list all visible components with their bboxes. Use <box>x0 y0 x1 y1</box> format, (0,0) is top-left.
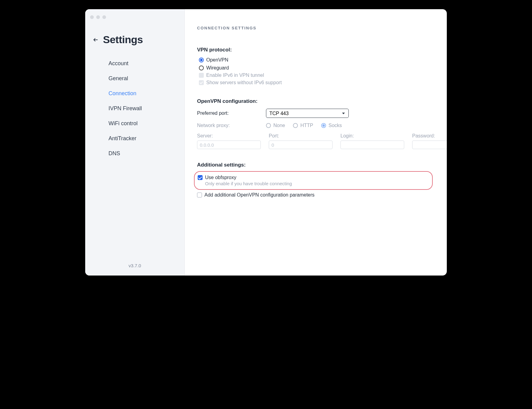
sidebar-item-antitracker[interactable]: AntiTracker <box>85 131 184 146</box>
sidebar-item-general[interactable]: General <box>85 71 184 86</box>
section-heading: CONNECTION SETTINGS <box>197 26 430 30</box>
obfsproxy-hint: Only enable if you have trouble connecti… <box>198 181 427 186</box>
preferred-port-select[interactable]: TCP 443 <box>266 109 349 118</box>
proxy-none[interactable]: None <box>266 123 285 128</box>
back-button[interactable] <box>93 37 99 43</box>
obfsproxy-checkbox[interactable]: Use obfsproxy <box>198 175 427 180</box>
page-title: Settings <box>103 34 143 46</box>
sidebar: Settings Account General Connection IVPN… <box>85 9 185 276</box>
vpn-protocol-block: VPN protocol: OpenVPN Wireguard Enable I… <box>197 47 430 85</box>
checkbox-icon <box>199 73 204 78</box>
port-input[interactable] <box>269 141 332 149</box>
main-panel: CONNECTION SETTINGS VPN protocol: OpenVP… <box>185 9 447 276</box>
sidebar-item-dns[interactable]: DNS <box>85 146 184 161</box>
sidebar-item-wifi[interactable]: WiFi control <box>85 116 184 131</box>
sidebar-item-account[interactable]: Account <box>85 56 184 71</box>
version-label: v3.7.0 <box>85 263 184 268</box>
radio-wireguard-label: Wireguard <box>206 65 229 71</box>
proxy-socks[interactable]: Socks <box>321 123 342 128</box>
additional-settings-block: Additional settings: Use obfsproxy Only … <box>197 162 430 198</box>
obfsproxy-highlight: Use obfsproxy Only enable if you have tr… <box>194 171 433 190</box>
vpn-protocol-label: VPN protocol: <box>197 47 430 53</box>
server-input[interactable] <box>197 141 261 149</box>
proxy-http[interactable]: HTTP <box>293 123 313 128</box>
ipv6-enable-checkbox: Enable IPv6 in VPN tunnel <box>197 73 430 78</box>
sidebar-item-firewall[interactable]: IVPN Firewall <box>85 101 184 116</box>
sidebar-item-connection[interactable]: Connection <box>85 86 184 101</box>
password-input[interactable] <box>412 141 447 149</box>
password-label: Password: <box>412 133 447 139</box>
openvpn-config-block: OpenVPN configuration: Preferred port: T… <box>197 98 430 149</box>
minimize-icon[interactable] <box>96 15 100 19</box>
extra-params-checkbox[interactable]: Add additional OpenVPN configuration par… <box>197 192 430 198</box>
network-proxy-label: Network proxy: <box>197 123 266 128</box>
preferred-port-label: Preferred port: <box>197 111 266 116</box>
radio-openvpn[interactable]: OpenVPN <box>199 57 430 63</box>
radio-openvpn-label: OpenVPN <box>206 57 228 63</box>
window-controls <box>85 13 184 19</box>
show-noipv6-checkbox: Show servers without IPv6 support <box>197 80 430 85</box>
port-label: Port: <box>269 133 332 139</box>
radio-wireguard[interactable]: Wireguard <box>199 65 430 71</box>
close-icon[interactable] <box>90 15 94 19</box>
settings-window: Settings Account General Connection IVPN… <box>85 9 447 276</box>
checkbox-icon <box>199 80 204 85</box>
additional-label: Additional settings: <box>197 162 430 168</box>
sidebar-nav: Account General Connection IVPN Firewall… <box>85 53 184 161</box>
zoom-icon[interactable] <box>102 15 106 19</box>
login-input[interactable] <box>340 141 404 149</box>
login-label: Login: <box>340 133 404 139</box>
openvpn-config-label: OpenVPN configuration: <box>197 98 430 104</box>
server-label: Server: <box>197 133 261 139</box>
